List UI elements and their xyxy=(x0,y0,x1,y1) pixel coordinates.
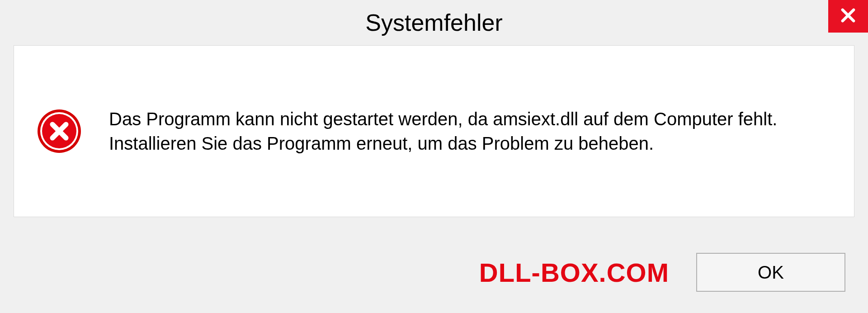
watermark-text: DLL-BOX.COM xyxy=(479,257,669,288)
error-dialog: Systemfehler Das Programm kann nicht ges… xyxy=(0,0,868,313)
titlebar: Systemfehler xyxy=(0,0,868,45)
dialog-footer: DLL-BOX.COM OK xyxy=(0,232,868,313)
ok-button[interactable]: OK xyxy=(696,253,845,292)
close-icon xyxy=(839,6,858,27)
dialog-title: Systemfehler xyxy=(365,9,502,36)
error-icon xyxy=(37,109,82,154)
close-button[interactable] xyxy=(828,0,868,33)
error-message: Das Programm kann nicht gestartet werden… xyxy=(109,107,831,156)
content-panel: Das Programm kann nicht gestartet werden… xyxy=(14,45,854,217)
